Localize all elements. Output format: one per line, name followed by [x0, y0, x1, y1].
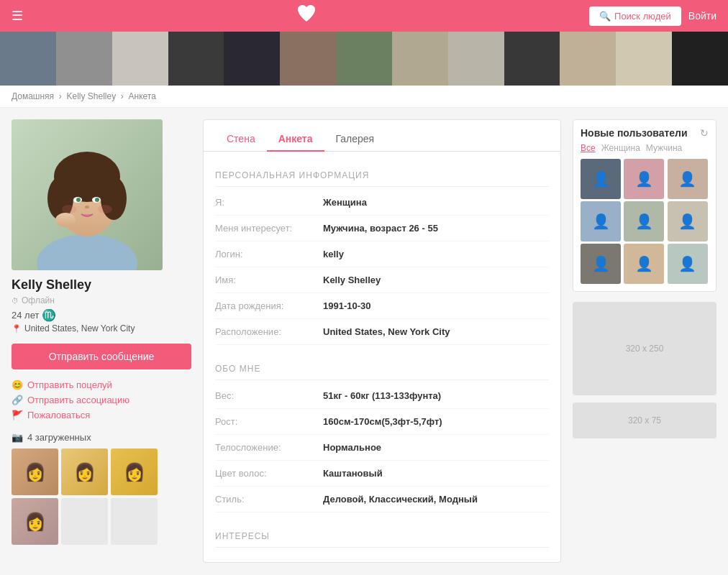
personal-section-title: ПЕРСОНАЛЬНАЯ ИНФОРМАЦИЯ [215, 163, 549, 187]
user-thumb-5[interactable]: 👤 [624, 201, 664, 242]
table-row: Стиль:Деловой, Классический, Модный [215, 487, 549, 512]
filter-male[interactable]: Мужчина [646, 143, 682, 153]
info-label: Цвет волос: [215, 468, 323, 479]
ad-large: 320 x 250 [573, 302, 716, 395]
user-thumb-1[interactable]: 👤 [581, 159, 621, 199]
table-row: Телосложение:Нормальное [215, 435, 549, 461]
info-value: 160см-170см(5,3фт-5,7фт) [323, 416, 442, 427]
table-row: Дата рождения:1991-10-30 [215, 293, 549, 319]
user-thumb-8[interactable]: 👤 [624, 244, 664, 284]
svg-point-11 [85, 206, 89, 208]
svg-point-9 [76, 198, 81, 202]
thumb-2[interactable]: 👩 [61, 448, 108, 495]
user-thumb-7[interactable]: 👤 [581, 244, 621, 284]
profile-photo [12, 119, 163, 270]
ad-small: 320 x 75 [573, 402, 716, 438]
breadcrumb: Домашняя › Kelly Shelley › Анкета [0, 86, 728, 108]
photos-header: 📷 4 загруженных [12, 432, 191, 443]
send-assoc-link[interactable]: 🔗 Отправить ассоциацию [12, 395, 191, 405]
table-row: Расположение:United States, New York Cit… [215, 319, 549, 345]
filter-all[interactable]: Все [581, 143, 596, 153]
table-row: Я:Женщина [215, 190, 549, 216]
strip-photo-12[interactable] [616, 32, 672, 86]
info-value: Деловой, Классический, Модный [323, 494, 478, 505]
photo-strip [0, 32, 728, 86]
strip-photo-5[interactable] [224, 32, 280, 86]
tab-bar: Стена Анкета Галерея [204, 120, 560, 152]
strip-photo-2[interactable] [56, 32, 112, 86]
tab-gallery[interactable]: Галерея [324, 127, 386, 152]
info-value: Нормальное [323, 442, 381, 453]
strip-photo-3[interactable] [112, 32, 168, 86]
user-thumb-2[interactable]: 👤 [624, 159, 664, 199]
photos-section: 📷 4 загруженных 👩 👩 👩 👩 [12, 432, 191, 545]
table-row: Рост:160см-170см(5,3фт-5,7фт) [215, 409, 549, 435]
panel-header: Новые пользователи ↻ [581, 127, 709, 139]
info-label: Имя: [215, 275, 323, 285]
menu-icon[interactable]: ☰ [12, 8, 23, 24]
strip-photo-1[interactable] [0, 32, 56, 86]
flag-icon: 🚩 [12, 410, 23, 420]
info-value: United States, New York City [323, 326, 450, 337]
report-link[interactable]: 🚩 Пожаловаться [12, 410, 191, 420]
info-label: Я: [215, 197, 323, 208]
svg-point-10 [95, 198, 99, 202]
offline-icon: ⏱ [12, 297, 19, 305]
location-icon: 📍 [12, 324, 22, 334]
info-label: Рост: [215, 416, 323, 427]
send-message-button[interactable]: Отправить сообщение [12, 344, 191, 369]
logo-heart [296, 4, 317, 27]
filter-tabs: Все Женщина Мужчина [581, 143, 709, 153]
tab-profile[interactable]: Анкета [267, 127, 324, 152]
breadcrumb-current: Анкета [129, 91, 156, 101]
info-value: Каштановый [323, 468, 383, 479]
thumb-3[interactable]: 👩 [111, 448, 158, 495]
table-row: Имя:Kelly Shelley [215, 267, 549, 293]
search-button[interactable]: 🔍 Поиск людей [589, 6, 681, 26]
strip-photo-8[interactable] [392, 32, 448, 86]
action-links: 😊 Отправить поцелуй 🔗 Отправить ассоциац… [12, 380, 191, 420]
strip-photo-4[interactable] [168, 32, 224, 86]
svg-point-14 [55, 213, 76, 227]
main-container: Kelly Shelley ⏱ Офлайн 24 лет ♏ 📍 United… [0, 108, 728, 574]
info-value: 1991-10-30 [323, 300, 371, 311]
user-thumb-6[interactable]: 👤 [668, 201, 708, 242]
login-button[interactable]: Войти [688, 10, 716, 22]
thumb-4[interactable]: 👩 [12, 498, 58, 545]
profile-location: 📍 United States, New York City [12, 323, 191, 334]
strip-photo-9[interactable] [448, 32, 504, 86]
strip-photo-13[interactable] [672, 32, 728, 86]
info-label: Расположение: [215, 326, 323, 337]
user-thumb-3[interactable]: 👤 [668, 159, 708, 199]
info-value: 51кг - 60кг (113-133фунта) [323, 390, 441, 401]
breadcrumb-name[interactable]: Kelly Shelley [66, 91, 116, 101]
thumb-1[interactable]: 👩 [12, 448, 58, 495]
info-value: Kelly Shelley [323, 275, 381, 285]
tab-wall[interactable]: Стена [215, 127, 267, 152]
user-thumb-9[interactable]: 👤 [668, 244, 708, 284]
user-grid: 👤 👤 👤 👤 👤 👤 👤 👤 👤 [581, 159, 709, 284]
strip-photo-6[interactable] [280, 32, 336, 86]
profile-name: Kelly Shelley [12, 277, 191, 293]
filter-female[interactable]: Женщина [601, 143, 640, 153]
photos-grid: 👩 👩 👩 👩 [12, 448, 191, 545]
profile-status: ⏱ Офлайн [12, 295, 191, 305]
svg-point-6 [101, 177, 127, 220]
breadcrumb-home[interactable]: Домашняя [12, 91, 54, 101]
left-column: Kelly Shelley ⏱ Офлайн 24 лет ♏ 📍 United… [12, 119, 191, 563]
send-kiss-link[interactable]: 😊 Отправить поцелуй [12, 380, 191, 390]
strip-photo-11[interactable] [560, 32, 616, 86]
zodiac-icon: ♏ [42, 308, 56, 322]
about-section-title: ОБО МНЕ [215, 356, 549, 380]
kiss-icon: 😊 [12, 380, 23, 390]
strip-photo-7[interactable] [336, 32, 392, 86]
strip-photo-10[interactable] [504, 32, 560, 86]
thumb-5-empty [61, 498, 108, 545]
new-users-panel: Новые пользователи ↻ Все Женщина Мужчина… [573, 119, 716, 292]
table-row: Цвет волос:Каштановый [215, 461, 549, 487]
user-thumb-4[interactable]: 👤 [581, 201, 621, 242]
search-icon: 🔍 [599, 11, 611, 22]
svg-point-13 [98, 205, 112, 213]
refresh-icon[interactable]: ↻ [700, 127, 709, 139]
profile-age: 24 лет ♏ [12, 308, 191, 322]
